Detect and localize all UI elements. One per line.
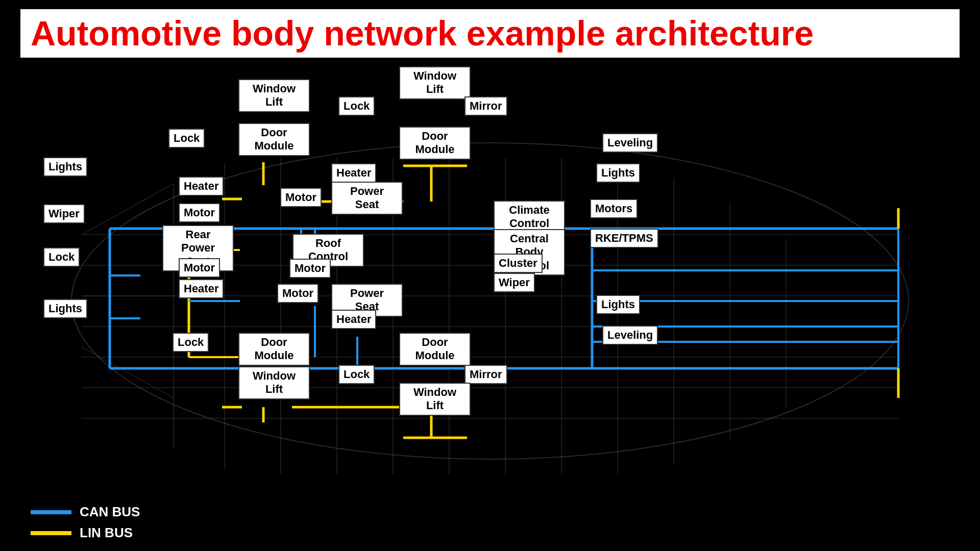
door-module-top-left: DoorModule: [238, 123, 310, 156]
rke-tpms: RKE/TPMS: [590, 229, 658, 248]
wiper-right: Wiper: [494, 273, 535, 292]
lights-left-top: Lights: [43, 157, 87, 177]
svg-line-3: [82, 347, 174, 398]
door-module-bottom-right: DoorModule: [399, 333, 471, 366]
leveling-bot-right: Leveling: [602, 325, 658, 345]
lock-bottom-left: Lock: [173, 333, 209, 352]
can-bus-legend: CAN BUS: [31, 504, 140, 520]
mirror-bottom-right: Mirror: [464, 365, 507, 384]
lights-right-bottom: Lights: [596, 295, 640, 314]
legend: CAN BUS LIN BUS: [31, 504, 140, 541]
heater-bot-center: Heater: [331, 310, 376, 329]
motor-left-bottom: Motor: [179, 258, 220, 278]
page-title: Automotive body network example architec…: [20, 9, 960, 58]
window-lift-top-left: WindowLift: [238, 79, 310, 112]
leveling-top-right: Leveling: [602, 133, 658, 153]
lights-right-top: Lights: [596, 163, 640, 183]
lin-bus-label: LIN BUS: [80, 525, 133, 541]
lights-left-bottom: Lights: [43, 299, 87, 318]
window-lift-top-right: WindowLift: [399, 66, 471, 99]
motor-center-bot: Motor: [277, 284, 318, 303]
lock-bottom-right: Lock: [338, 365, 375, 384]
svg-line-1: [82, 184, 174, 235]
motor-center-mid: Motor: [289, 259, 331, 278]
heater-left-top: Heater: [179, 177, 224, 196]
motors-right: Motors: [590, 199, 638, 218]
window-lift-bottom-right: WindowLift: [399, 383, 471, 416]
door-module-top-right: DoorModule: [399, 127, 471, 160]
cluster: Cluster: [494, 254, 543, 273]
heater-top-center: Heater: [331, 163, 376, 183]
door-module-bottom-left: DoorModule: [238, 333, 310, 366]
lock-left: Lock: [43, 247, 80, 267]
motor-center-top: Motor: [280, 188, 322, 207]
heater-left-bottom: Heater: [179, 279, 224, 298]
lock-top-left: Lock: [168, 129, 205, 148]
can-bus-label: CAN BUS: [80, 504, 140, 520]
power-seat-top: PowerSeat: [331, 182, 403, 215]
motor-left-top: Motor: [179, 203, 220, 222]
lin-bus-legend: LIN BUS: [31, 525, 140, 541]
wiper-left: Wiper: [43, 204, 85, 223]
lin-bus-line: [31, 531, 71, 535]
lock-top-right: Lock: [338, 96, 375, 116]
window-lift-bottom-left: WindowLift: [238, 366, 310, 399]
mirror-top-right: Mirror: [464, 96, 507, 116]
can-bus-line: [31, 510, 71, 514]
